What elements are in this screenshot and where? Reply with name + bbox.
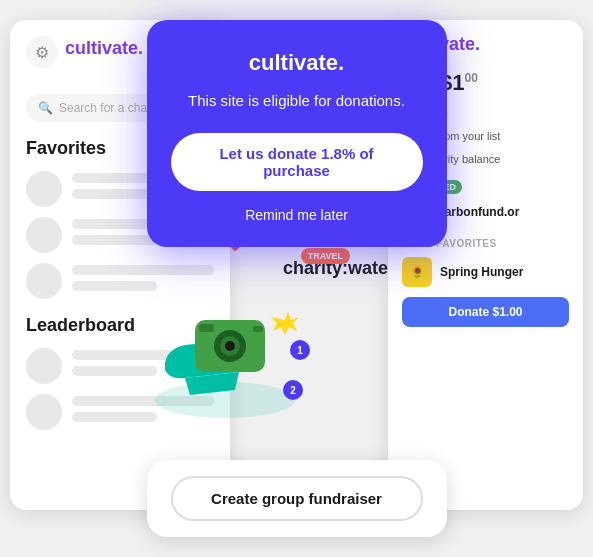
donate-button-main[interactable]: Let us donate 1.8% of purchase bbox=[171, 133, 423, 191]
notification-badge-2: 2 bbox=[283, 380, 303, 400]
fav-icon: 🌻 bbox=[402, 257, 432, 287]
svg-marker-7 bbox=[271, 312, 299, 335]
brand-left: cultivate. bbox=[65, 38, 143, 59]
travel-badge: TRAVEL bbox=[301, 248, 350, 264]
create-group-button[interactable]: Create group fundraiser bbox=[171, 476, 423, 521]
notification-badge-1: 1 bbox=[290, 340, 310, 360]
leaderboard-title: Leaderboard bbox=[26, 315, 214, 336]
svg-rect-5 bbox=[253, 326, 263, 332]
popup-subtitle: This site is eligible for donations. bbox=[171, 90, 423, 111]
bottom-card: Create group fundraiser bbox=[147, 460, 447, 537]
search-icon-left: 🔍 bbox=[38, 101, 53, 115]
remind-later-link[interactable]: Remind me later bbox=[171, 207, 423, 223]
settings-icon[interactable]: ⚙ bbox=[26, 36, 58, 68]
list-item bbox=[26, 263, 214, 299]
list-item bbox=[26, 348, 214, 384]
selected-charity-name: Carbonfund.or bbox=[436, 205, 519, 219]
main-popup: cultivate. This site is eligible for don… bbox=[147, 20, 447, 247]
donate-button-right[interactable]: Donate $1.00 bbox=[402, 297, 569, 327]
popup-brand: cultivate. bbox=[171, 50, 423, 76]
list-item bbox=[26, 394, 214, 430]
fav-charity-name: Spring Hunger bbox=[440, 265, 523, 279]
fav-row: 🌻 Spring Hunger bbox=[402, 257, 569, 287]
